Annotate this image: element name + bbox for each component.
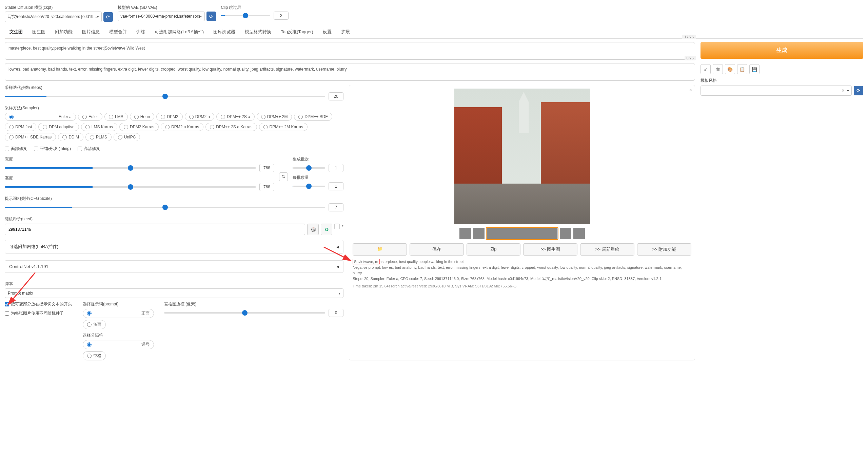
seed-dice-button[interactable]: 🎲	[307, 224, 319, 235]
tab-4[interactable]: 模型合并	[104, 26, 132, 38]
seed-input[interactable]	[5, 224, 305, 235]
sampler-dpm-2m-karras[interactable]: DPM++ 2M Karras	[259, 123, 308, 131]
output-panel: × 📁 保存 Zip >> 图生图 >> 局部重绘 >> 附加功能 Soviet…	[349, 85, 695, 360]
tab-5[interactable]: 训练	[132, 26, 150, 38]
ckpt-select[interactable]: 写实\realisticVisionV20_v20.safetensors [c…	[5, 12, 102, 22]
thumbnail-1[interactable]	[473, 228, 485, 239]
tool-clipboard-button[interactable]: 📋	[737, 64, 747, 74]
send-img2img-button[interactable]: >> 图生图	[523, 243, 577, 256]
sampler-dpm-2s-a[interactable]: DPM++ 2S a	[216, 113, 255, 121]
batch-count-slider[interactable]	[293, 167, 325, 169]
generate-button[interactable]: 生成	[701, 42, 863, 59]
prompt-pos-radio[interactable]: 正面	[83, 309, 154, 318]
style-select[interactable]: ×▾	[701, 86, 852, 96]
thumbnail-4[interactable]	[573, 228, 585, 239]
width-value[interactable]: 768	[259, 164, 274, 172]
height-slider[interactable]	[5, 186, 256, 188]
delim-space-radio[interactable]: 空格	[83, 351, 106, 360]
close-icon[interactable]: ×	[689, 87, 692, 93]
margin-slider[interactable]	[164, 312, 325, 314]
positive-prompt[interactable]: masterpiece, best quality,people walking…	[5, 42, 695, 60]
sampler-dpm2[interactable]: DPM2	[156, 113, 182, 121]
sampler-euler-a[interactable]: Euler a	[5, 113, 76, 121]
lora-collapse[interactable]: 可选附加网络(LoRA插件)◀	[5, 240, 343, 253]
tab-1[interactable]: 图生图	[27, 26, 50, 38]
tab-10[interactable]: 设置	[318, 26, 336, 38]
ckpt-label: Stable Diffusion 模型(ckpt)	[5, 5, 113, 11]
delim-comma-radio[interactable]: 逗号	[83, 340, 154, 349]
hires-check[interactable]: 高清修复	[78, 146, 100, 152]
send-inpaint-button[interactable]: >> 局部重绘	[580, 243, 634, 256]
sampler-dpm2-a[interactable]: DPM2 a	[185, 113, 214, 121]
sampler-lms[interactable]: LMS	[104, 113, 128, 121]
tiling-check[interactable]: 平铺/分块 (Tiling)	[34, 146, 71, 152]
seed-extra-check[interactable]	[334, 224, 340, 229]
sampler-dpm-adaptive[interactable]: DPM adaptive	[38, 123, 79, 131]
steps-slider[interactable]	[5, 96, 325, 97]
style-refresh-button[interactable]: ⟳	[854, 86, 863, 95]
thumbnail-0[interactable]	[459, 228, 471, 239]
script-select[interactable]: Prompt matrix▾	[5, 288, 343, 298]
zip-button[interactable]: Zip	[467, 243, 521, 256]
ckpt-refresh-button[interactable]: ⟳	[103, 12, 113, 22]
sampler-dpm-2s-a-karras[interactable]: DPM++ 2S a Karras	[205, 123, 257, 131]
main-tabs: 文生图图生图附加功能图片信息模型合并训练可选附加网络(LoRA插件)图库浏览器模…	[5, 26, 863, 39]
batch-size-slider[interactable]	[293, 186, 325, 187]
sampler-heun[interactable]: Heun	[130, 113, 155, 121]
batch-count-value[interactable]: 1	[329, 164, 343, 172]
tool-trash-button[interactable]: 🗑	[713, 64, 723, 74]
tab-0[interactable]: 文生图	[5, 26, 27, 38]
tab-3[interactable]: 图片信息	[77, 26, 104, 38]
seed-recycle-button[interactable]: ♻	[321, 224, 332, 235]
tab-7[interactable]: 图库浏览器	[209, 26, 240, 38]
sampler-lms-karras[interactable]: LMS Karras	[81, 123, 117, 131]
sampler-dpm-sde-karras[interactable]: DPM++ SDE Karras	[5, 133, 56, 141]
clip-slider[interactable]	[221, 15, 270, 16]
prompt-select-label: 选择提示词(prompt)	[83, 301, 154, 307]
sampler-ddim[interactable]: DDIM	[58, 133, 83, 141]
generated-image[interactable]	[454, 89, 590, 224]
negative-prompt[interactable]: lowres, bad anatomy, bad hands, text, er…	[5, 63, 695, 81]
margin-value[interactable]: 0	[329, 309, 343, 317]
thumbnail-2[interactable]	[487, 228, 558, 239]
vae-refresh-button[interactable]: ⟳	[206, 12, 216, 21]
sampler-dpm-2m[interactable]: DPM++ 2M	[257, 113, 292, 121]
controlnet-collapse[interactable]: ControlNet v1.1.191◀	[5, 260, 343, 273]
sampler-dpm2-a-karras[interactable]: DPM2 a Karras	[161, 123, 203, 131]
tab-11[interactable]: 扩展	[336, 26, 355, 38]
cfg-label: 提示词相关性(CFG Scale)	[5, 196, 343, 202]
tab-2[interactable]: 附加功能	[50, 26, 77, 38]
sampler-unipc[interactable]: UniPC	[114, 133, 140, 141]
sampler-dpm2-karras[interactable]: DPM2 Karras	[119, 123, 159, 131]
tab-6[interactable]: 可选附加网络(LoRA插件)	[150, 26, 209, 38]
sampler-euler[interactable]: Euler	[78, 113, 102, 121]
sampler-dpm-sde[interactable]: DPM++ SDE	[294, 113, 332, 121]
thumbnail-strip	[353, 228, 691, 239]
steps-value[interactable]: 20	[329, 92, 343, 100]
script-diff-seed-check[interactable]: 为每张图片使用不同随机种子	[5, 311, 73, 316]
send-extras-button[interactable]: >> 附加功能	[637, 243, 691, 256]
prompt-neg-radio[interactable]: 负面	[83, 320, 106, 329]
face-restore-check[interactable]: 面部修复	[5, 146, 27, 152]
width-slider[interactable]	[5, 167, 256, 169]
clip-value[interactable]: 2	[274, 12, 289, 20]
style-label: 模板风格	[701, 78, 863, 83]
sampler-plms[interactable]: PLMS	[85, 133, 112, 141]
tab-9[interactable]: Tag反推(Tagger)	[276, 26, 318, 38]
cfg-value[interactable]: 7	[329, 203, 343, 211]
tool-arrow-button[interactable]: ↙	[701, 64, 711, 74]
sampler-dpm-fast[interactable]: DPM fast	[5, 123, 36, 131]
cfg-slider[interactable]	[5, 207, 325, 208]
height-value[interactable]: 768	[259, 183, 274, 191]
seed-label: 随机种子(seed)	[5, 216, 343, 222]
swap-dims-button[interactable]: ⇅	[279, 172, 288, 181]
tool-palette-button[interactable]: 🎨	[725, 64, 735, 74]
thumbnail-3[interactable]	[560, 228, 571, 239]
vae-select[interactable]: vae-ft-mse-840000-ema-pruned.safetensors…	[118, 12, 205, 21]
open-folder-button[interactable]: 📁	[353, 243, 407, 256]
batch-size-value[interactable]: 1	[329, 182, 343, 190]
script-var-prefix-check[interactable]: 把可变部分放在提示词文本的开头	[5, 301, 73, 307]
save-button[interactable]: 保存	[410, 243, 464, 256]
tab-8[interactable]: 模型格式转换	[240, 26, 276, 38]
tool-save-button[interactable]: 💾	[749, 64, 760, 74]
